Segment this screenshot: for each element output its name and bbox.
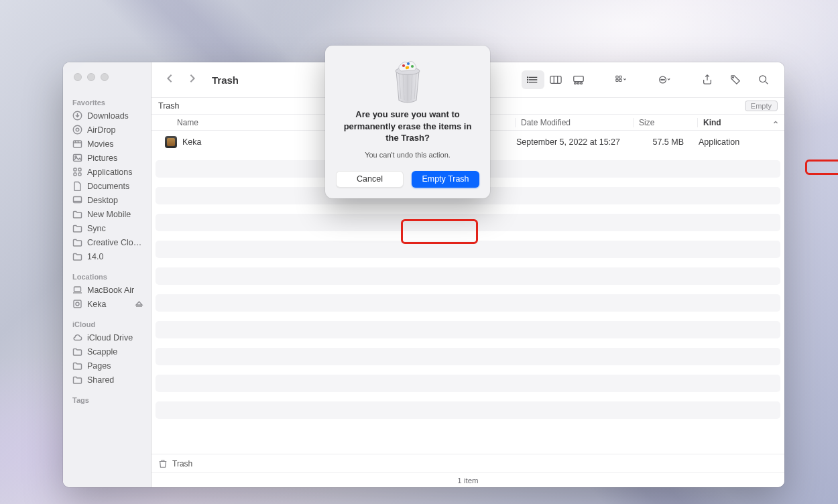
- column-date-modified[interactable]: Date Modified: [515, 118, 633, 127]
- svg-rect-29: [577, 83, 579, 84]
- sidebar-item-desktop[interactable]: Desktop: [63, 193, 151, 207]
- cancel-button[interactable]: Cancel: [336, 171, 404, 188]
- clapper-icon: [72, 139, 82, 149]
- highlight-empty-button: [805, 160, 838, 175]
- window-title: Trash: [212, 74, 239, 86]
- sidebar-item-scapple[interactable]: Scapple: [63, 344, 151, 359]
- folder-icon: [72, 209, 82, 219]
- sidebar-item-label: Keka: [87, 300, 107, 309]
- sidebar-item-pages[interactable]: Pages: [63, 359, 151, 373]
- folder-icon: [72, 251, 82, 261]
- list-stripe: [156, 267, 780, 285]
- svg-point-36: [661, 79, 662, 80]
- sidebar-item-icloud-drive[interactable]: iCloud Drive: [63, 330, 151, 344]
- folder-icon: [72, 375, 82, 385]
- tags-button[interactable]: [724, 70, 747, 89]
- group-by-button[interactable]: [610, 70, 633, 89]
- trash-full-icon: [388, 59, 427, 103]
- list-stripe: [156, 294, 780, 312]
- zoom-window-icon[interactable]: [101, 73, 109, 81]
- search-button[interactable]: [752, 70, 775, 89]
- sidebar-item-new-mobile[interactable]: New Mobile: [63, 207, 151, 221]
- sidebar-item-creative-clo[interactable]: Creative Clo…: [63, 235, 151, 249]
- sidebar-item-label: Desktop: [87, 196, 118, 205]
- sidebar-item-label: Applications: [87, 168, 132, 177]
- svg-rect-33: [616, 79, 618, 81]
- eject-icon[interactable]: [134, 299, 144, 309]
- confirm-empty-trash-button[interactable]: Empty Trash: [412, 171, 479, 188]
- trash-icon: [158, 459, 168, 468]
- svg-rect-16: [74, 300, 81, 308]
- sidebar-item-label: Sync: [87, 224, 106, 233]
- svg-point-37: [662, 79, 663, 80]
- location-path: Trash: [158, 101, 180, 111]
- svg-point-48: [402, 64, 405, 67]
- empty-trash-dialog: Are you sure you want to permanently era…: [325, 46, 490, 198]
- svg-rect-34: [619, 79, 621, 81]
- list-stripe: [156, 401, 780, 419]
- sidebar: FavoritesDownloadsAirDropMoviesPicturesA…: [63, 62, 152, 487]
- share-button[interactable]: [696, 70, 719, 89]
- doc-icon: [72, 181, 82, 191]
- close-window-icon[interactable]: [74, 73, 82, 81]
- laptop-icon: [72, 285, 82, 295]
- sidebar-item-documents[interactable]: Documents: [63, 179, 151, 193]
- window-traffic-lights[interactable]: [63, 62, 151, 89]
- sidebar-item-downloads[interactable]: Downloads: [63, 109, 151, 123]
- svg-point-49: [407, 62, 410, 65]
- sidebar-item-label: Scapple: [87, 347, 117, 357]
- forward-button[interactable]: [188, 74, 197, 86]
- list-stripe: [156, 321, 780, 338]
- list-stripe: [156, 214, 780, 231]
- svg-line-41: [766, 82, 768, 84]
- sidebar-section-title: iCloud: [63, 311, 151, 330]
- sidebar-section-title: Tags: [63, 387, 151, 406]
- image-icon: [72, 153, 82, 163]
- file-size: 57.5 MB: [629, 137, 693, 147]
- sidebar-item-airdrop[interactable]: AirDrop: [63, 123, 151, 137]
- sidebar-item-label: iCloud Drive: [87, 333, 133, 342]
- back-button[interactable]: [165, 74, 174, 86]
- sidebar-item-applications[interactable]: Applications: [63, 165, 151, 179]
- sidebar-item-label: Downloads: [87, 111, 129, 121]
- status-text: 1 item: [457, 477, 478, 485]
- svg-point-40: [760, 76, 766, 82]
- svg-rect-11: [74, 173, 76, 176]
- sidebar-item-14-0[interactable]: 14.0: [63, 249, 151, 263]
- view-switcher: [522, 70, 590, 89]
- sidebar-item-macbook-air[interactable]: MacBook Air: [63, 283, 151, 297]
- column-size[interactable]: Size: [633, 118, 697, 127]
- dialog-heading: Are you sure you want to permanently era…: [336, 109, 479, 144]
- svg-rect-10: [78, 168, 81, 171]
- svg-point-23: [527, 82, 528, 82]
- svg-rect-27: [574, 76, 583, 82]
- view-columns-button[interactable]: [544, 70, 567, 89]
- sidebar-item-movies[interactable]: Movies: [63, 137, 151, 151]
- empty-trash-toolbar-button[interactable]: Empty: [745, 101, 778, 111]
- sidebar-item-shared[interactable]: Shared: [63, 373, 151, 387]
- svg-point-22: [527, 79, 528, 80]
- svg-point-2: [76, 128, 79, 131]
- svg-rect-30: [581, 83, 583, 84]
- sidebar-item-sync[interactable]: Sync: [63, 221, 151, 235]
- minimize-window-icon[interactable]: [87, 73, 95, 81]
- action-menu-button[interactable]: [653, 70, 676, 89]
- sidebar-item-label: New Mobile: [87, 210, 131, 219]
- svg-point-50: [411, 65, 414, 68]
- grid-icon: [72, 167, 82, 177]
- svg-point-21: [527, 77, 528, 78]
- view-list-button[interactable]: [522, 70, 544, 89]
- svg-line-5: [75, 141, 76, 143]
- file-kind: Application: [693, 137, 780, 147]
- sidebar-item-label: Movies: [87, 139, 114, 149]
- view-gallery-button[interactable]: [567, 70, 590, 89]
- sidebar-item-pictures[interactable]: Pictures: [63, 151, 151, 165]
- svg-rect-7: [74, 155, 82, 162]
- sidebar-item-label: Creative Clo…: [87, 238, 141, 247]
- svg-point-1: [73, 125, 81, 133]
- download-icon: [72, 111, 82, 121]
- svg-rect-24: [550, 76, 561, 84]
- column-kind[interactable]: Kind: [697, 118, 784, 127]
- sidebar-item-keka[interactable]: Keka: [63, 297, 151, 311]
- path-bar[interactable]: Trash: [152, 454, 784, 472]
